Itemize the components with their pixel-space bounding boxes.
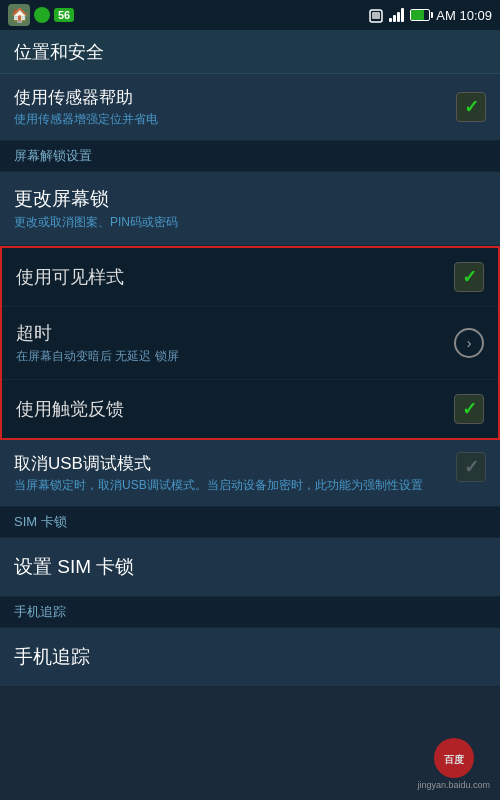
visible-style-checkbox[interactable]: ✓ (454, 262, 484, 292)
usb-debug-item[interactable]: 取消USB调试模式 当屏幕锁定时，取消USB调试模式。当启动设备加密时，此功能为… (0, 440, 500, 507)
haptic-checkmark: ✓ (462, 398, 477, 420)
change-lock-title: 更改屏幕锁 (14, 186, 178, 212)
usb-debug-checkbox[interactable]: ✓ (456, 452, 486, 482)
baidu-site: jingyan.baidu.com (417, 780, 490, 790)
time-display: AM 10:09 (436, 8, 492, 23)
svg-rect-1 (372, 12, 380, 19)
usb-debug-text: 取消USB调试模式 当屏幕锁定时，取消USB调试模式。当启动设备加密时，此功能为… (14, 452, 446, 494)
timeout-item[interactable]: 超时 在屏幕自动变暗后 无延迟 锁屏 › (2, 307, 498, 380)
visible-style-checkmark: ✓ (462, 266, 477, 288)
timeout-text: 超时 在屏幕自动变暗后 无延迟 锁屏 (16, 321, 179, 365)
baidu-watermark: 百度 jingyan.baidu.com (417, 738, 490, 790)
battery-icon (410, 9, 430, 21)
haptic-feedback-title: 使用触觉反馈 (16, 397, 124, 421)
content-area: 使用传感器帮助 使用传感器增强定位并省电 ✓ 屏幕解锁设置 更改屏幕锁 更改或取… (0, 74, 500, 687)
set-sim-lock-text: 设置 SIM 卡锁 (14, 554, 134, 580)
phone-trace-title: 手机追踪 (14, 644, 90, 670)
status-bar-right: AM 10:09 (369, 7, 492, 23)
haptic-feedback-item[interactable]: 使用触觉反馈 ✓ (2, 380, 498, 438)
set-sim-lock-item[interactable]: 设置 SIM 卡锁 (0, 538, 500, 597)
sim-icon (369, 7, 383, 23)
haptic-feedback-text: 使用触觉反馈 (16, 397, 124, 421)
chevron-right-icon: › (467, 335, 472, 351)
svg-text:百度: 百度 (444, 754, 465, 765)
visible-style-item[interactable]: 使用可见样式 ✓ (2, 248, 498, 307)
sensor-setting-text: 使用传感器帮助 使用传感器增强定位并省电 (14, 86, 158, 128)
phone-trace-item[interactable]: 手机追踪 (0, 628, 500, 687)
phone-trace-label: 手机追踪 (14, 604, 66, 619)
screen-lock-header: 屏幕解锁设置 (0, 141, 500, 172)
visible-style-text: 使用可见样式 (16, 265, 124, 289)
notification-badge: 56 (54, 8, 74, 22)
checkmark-icon: ✓ (464, 96, 479, 118)
red-border-group: 使用可见样式 ✓ 超时 在屏幕自动变暗后 无延迟 锁屏 › 使用触觉反馈 ✓ (0, 246, 500, 440)
sim-lock-label: SIM 卡锁 (14, 514, 67, 529)
usb-debug-subtitle: 当屏幕锁定时，取消USB调试模式。当启动设备加密时，此功能为强制性设置 (14, 477, 446, 494)
baidu-logo: 百度 (434, 738, 474, 778)
change-lock-text: 更改屏幕锁 更改或取消图案、PIN码或密码 (14, 186, 178, 231)
status-bar: 🏠 56 AM 10:09 (0, 0, 500, 30)
change-lock-item[interactable]: 更改屏幕锁 更改或取消图案、PIN码或密码 (0, 172, 500, 246)
timeout-arrow[interactable]: › (454, 328, 484, 358)
change-lock-subtitle: 更改或取消图案、PIN码或密码 (14, 214, 178, 231)
home-icon: 🏠 (8, 4, 30, 26)
timeout-title: 超时 (16, 321, 179, 345)
sim-lock-header: SIM 卡锁 (0, 507, 500, 538)
usb-checkmark: ✓ (464, 456, 479, 478)
set-sim-lock-title: 设置 SIM 卡锁 (14, 554, 134, 580)
visible-style-title: 使用可见样式 (16, 265, 124, 289)
status-bar-left: 🏠 56 (8, 4, 74, 26)
phone-trace-text: 手机追踪 (14, 644, 90, 670)
screen-lock-label: 屏幕解锁设置 (14, 148, 92, 163)
sensor-subtitle: 使用传感器增强定位并省电 (14, 111, 158, 128)
timeout-subtitle: 在屏幕自动变暗后 无延迟 锁屏 (16, 348, 179, 365)
page-title: 位置和安全 (14, 40, 104, 64)
haptic-feedback-checkbox[interactable]: ✓ (454, 394, 484, 424)
phone-trace-header: 手机追踪 (0, 597, 500, 628)
green-dot-icon (34, 7, 50, 23)
sensor-title: 使用传感器帮助 (14, 86, 158, 109)
signal-icon (389, 8, 404, 22)
usb-debug-title: 取消USB调试模式 (14, 452, 446, 475)
sensor-setting-item[interactable]: 使用传感器帮助 使用传感器增强定位并省电 ✓ (0, 74, 500, 141)
sensor-checkbox[interactable]: ✓ (456, 92, 486, 122)
title-bar: 位置和安全 (0, 30, 500, 74)
